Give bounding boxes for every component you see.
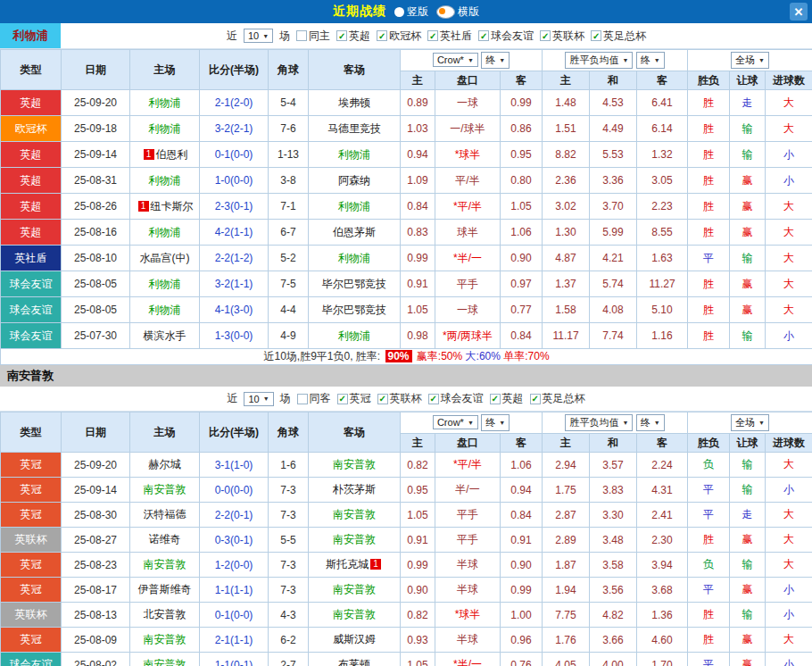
match-score[interactable]: 2-3(0-1) bbox=[200, 194, 269, 220]
away-team-name[interactable]: 毕尔巴鄂竞技 bbox=[322, 304, 386, 316]
away-team-name[interactable]: 利物浦 bbox=[338, 329, 370, 342]
match-score[interactable]: 4-2(1-1) bbox=[200, 220, 269, 246]
home-team-name[interactable]: 南安普敦 bbox=[144, 633, 186, 645]
match-score[interactable]: 3-2(1-1) bbox=[200, 271, 269, 297]
match-score[interactable]: 0-3(0-1) bbox=[200, 528, 269, 553]
match-score[interactable]: 3-2(2-1) bbox=[200, 116, 269, 142]
match-score[interactable]: 1-0(0-0) bbox=[200, 168, 269, 194]
home-team-name[interactable]: 伊普斯维奇 bbox=[138, 583, 192, 595]
match-count-select[interactable]: 10▼ bbox=[244, 392, 273, 406]
home-team-cell: 南安普敦 bbox=[130, 553, 200, 578]
home-team-name[interactable]: 水晶宫(中) bbox=[140, 252, 190, 264]
euro-odds-select[interactable]: 胜平负均值▼ bbox=[565, 414, 633, 431]
match-score[interactable]: 1-2(0-0) bbox=[200, 553, 269, 578]
away-team-name[interactable]: 阿森纳 bbox=[338, 174, 370, 187]
home-team-name[interactable]: 诺维奇 bbox=[149, 533, 181, 545]
league-checkbox[interactable]: ✓英联杯 bbox=[377, 391, 422, 406]
home-team-name[interactable]: 利物浦 bbox=[149, 278, 181, 290]
away-team-name[interactable]: 马德里竞技 bbox=[327, 122, 381, 135]
away-team-name[interactable]: 利物浦 bbox=[338, 200, 370, 212]
match-score[interactable]: 1-3(0-0) bbox=[200, 323, 269, 349]
match-score[interactable]: 4-1(3-0) bbox=[200, 297, 269, 323]
league-checkbox[interactable]: ✓英联杯 bbox=[540, 29, 584, 44]
odds-time-select[interactable]: 终▼ bbox=[481, 52, 510, 69]
away-team-name[interactable]: 威斯汉姆 bbox=[333, 633, 376, 645]
asian-away-odds: 0.84 bbox=[501, 323, 543, 349]
team-band-liverpool: 利物浦 bbox=[0, 23, 61, 48]
layout-radio-horizontal[interactable]: 横版 bbox=[436, 4, 479, 20]
checkbox-checked-icon: ✓ bbox=[490, 394, 501, 404]
home-team-name[interactable]: 赫尔城 bbox=[149, 458, 181, 470]
home-team-name[interactable]: 沃特福德 bbox=[144, 508, 186, 520]
match-score[interactable]: 0-1(0-0) bbox=[200, 603, 269, 628]
full-match-select[interactable]: 全场▼ bbox=[731, 414, 769, 431]
home-team-name[interactable]: 南安普敦 bbox=[144, 558, 186, 570]
odds-time-select[interactable]: 终▼ bbox=[481, 414, 510, 431]
away-team-name[interactable]: 斯托克城 bbox=[326, 558, 369, 570]
same-venue-checkbox[interactable]: 同主 bbox=[296, 29, 330, 44]
away-team-name[interactable]: 伯恩茅斯 bbox=[333, 226, 376, 238]
league-checkbox[interactable]: ✓英足总杯 bbox=[591, 29, 646, 44]
league-checkbox[interactable]: ✓球会友谊 bbox=[478, 29, 534, 44]
away-team-name[interactable]: 南安普敦 bbox=[333, 583, 376, 595]
league-type-badge: 英冠 bbox=[1, 453, 62, 478]
away-team-name[interactable]: 布莱顿 bbox=[338, 658, 370, 666]
league-checkbox[interactable]: ✓英冠 bbox=[337, 391, 371, 406]
league-type-badge: 球会友谊 bbox=[1, 297, 62, 323]
euro-draw-odds: 3.48 bbox=[590, 528, 637, 553]
home-team-name[interactable]: 北安普敦 bbox=[144, 608, 186, 620]
match-score[interactable]: 0-0(0-0) bbox=[200, 478, 269, 503]
away-team-name[interactable]: 利物浦 bbox=[338, 252, 370, 264]
same-venue-checkbox[interactable]: 同客 bbox=[297, 391, 331, 406]
odds-provider-select[interactable]: Crow*▼ bbox=[433, 53, 478, 67]
away-team-name[interactable]: 埃弗顿 bbox=[338, 96, 370, 109]
match-score[interactable]: 0-1(0-0) bbox=[200, 142, 269, 168]
full-match-select-cell: 全场▼ bbox=[688, 412, 812, 434]
home-team-name[interactable]: 利物浦 bbox=[149, 174, 181, 187]
match-score[interactable]: 1-1(1-1) bbox=[200, 578, 269, 603]
euro-time-select[interactable]: 终▼ bbox=[636, 52, 665, 69]
match-count-select[interactable]: 10▼ bbox=[244, 29, 273, 43]
away-team-name[interactable]: 毕尔巴鄂竞技 bbox=[322, 278, 386, 290]
match-score[interactable]: 2-1(1-1) bbox=[200, 628, 269, 653]
league-checkbox[interactable]: ✓英超 bbox=[336, 29, 370, 44]
league-checkbox[interactable]: ✓英足总杯 bbox=[530, 391, 585, 406]
home-team-name[interactable]: 利物浦 bbox=[149, 304, 181, 316]
home-team-name[interactable]: 利物浦 bbox=[149, 96, 181, 109]
home-team-name[interactable]: 利物浦 bbox=[149, 122, 181, 135]
liverpool-summary-row: 近10场,胜9平1负0, 胜率: 90% 赢率:50% 大:60% 单率:70% bbox=[1, 349, 812, 365]
league-checkbox-label: 英超 bbox=[502, 391, 524, 406]
close-button[interactable]: ✕ bbox=[790, 3, 808, 21]
result-handicap: 赢 bbox=[730, 628, 766, 653]
away-team-name[interactable]: 南安普敦 bbox=[333, 533, 376, 545]
away-team-name[interactable]: 南安普敦 bbox=[333, 458, 376, 470]
league-checkbox[interactable]: ✓欧冠杯 bbox=[377, 29, 421, 44]
home-team-name[interactable]: 伯恩利 bbox=[156, 148, 188, 161]
asian-away-odds: 0.94 bbox=[501, 478, 543, 503]
match-score[interactable]: 3-1(1-0) bbox=[200, 453, 269, 478]
match-score[interactable]: 1-1(0-1) bbox=[200, 653, 269, 666]
layout-radio-vertical[interactable]: 竖版 bbox=[394, 4, 428, 20]
away-team-name[interactable]: 利物浦 bbox=[338, 148, 370, 161]
home-team-name[interactable]: 纽卡斯尔 bbox=[151, 200, 194, 212]
away-team-name[interactable]: 南安普敦 bbox=[333, 508, 376, 520]
euro-odds-select[interactable]: 胜平负均值▼ bbox=[565, 52, 633, 69]
match-score[interactable]: 2-2(1-2) bbox=[200, 246, 269, 271]
match-score[interactable]: 2-1(2-0) bbox=[200, 90, 269, 116]
home-team-name[interactable]: 南安普敦 bbox=[144, 483, 186, 495]
away-team-name[interactable]: 南安普敦 bbox=[333, 608, 376, 620]
home-team-name[interactable]: 横滨水手 bbox=[144, 329, 186, 342]
full-match-select[interactable]: 全场▼ bbox=[731, 52, 769, 69]
euro-draw-odds: 3.36 bbox=[590, 168, 637, 194]
odds-provider-select[interactable]: Crow*▼ bbox=[433, 415, 478, 429]
home-team-name[interactable]: 南安普敦 bbox=[144, 658, 186, 666]
titlebar-center: 近期战绩 竖版 横版 bbox=[333, 4, 479, 20]
league-checkbox[interactable]: ✓英社盾 bbox=[427, 29, 472, 44]
league-checkbox[interactable]: ✓球会友谊 bbox=[428, 391, 484, 406]
league-checkbox[interactable]: ✓英超 bbox=[490, 391, 524, 406]
home-team-name[interactable]: 利物浦 bbox=[149, 226, 181, 238]
euro-time-select[interactable]: 终▼ bbox=[636, 414, 665, 431]
euro-home-odds: 11.17 bbox=[543, 323, 590, 349]
match-score[interactable]: 2-2(0-1) bbox=[200, 503, 269, 528]
away-team-name[interactable]: 朴茨茅斯 bbox=[333, 483, 376, 495]
